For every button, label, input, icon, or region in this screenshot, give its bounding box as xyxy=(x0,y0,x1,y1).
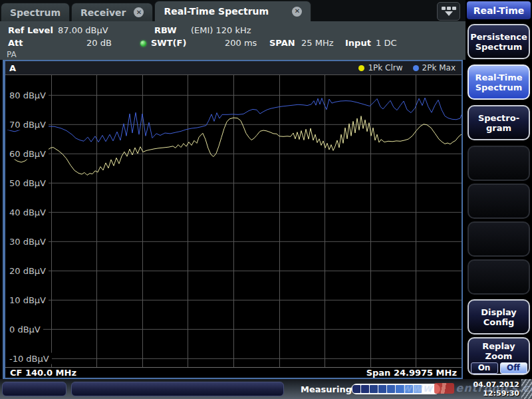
chevron-down-icon xyxy=(445,11,453,16)
tab-real-time-spectrum-label: Real-Time Spectrum xyxy=(164,6,269,17)
span-footer-value[interactable]: Span 24.9975 MHz xyxy=(366,368,457,378)
progress-segment xyxy=(378,385,386,393)
trace-legend: 1Pk Clrw 2Pk Max xyxy=(358,63,462,72)
close-icon[interactable]: ✕ xyxy=(134,7,144,17)
span-value[interactable]: 25 MHz xyxy=(301,38,334,48)
legend-item-1pk: 1Pk Clrw xyxy=(358,63,402,72)
windows-dropdown-icon[interactable] xyxy=(437,2,460,21)
softkey-menu: Real-Time Persistence Spectrum Real-Time… xyxy=(466,0,532,379)
close-icon[interactable]: ✕ xyxy=(292,7,302,17)
replay-zoom-toggle: On Off xyxy=(471,362,527,374)
sweep-led-icon xyxy=(140,41,146,47)
rbw-value[interactable]: (EMI) 120 kHz xyxy=(191,25,251,35)
trace2-dot-icon xyxy=(413,65,419,71)
softkey-empty-3 xyxy=(467,221,530,257)
softkey-empty-4 xyxy=(467,259,530,295)
y-axis-label: 70 dBμV xyxy=(5,118,49,130)
date-value: 04.07.2012 xyxy=(473,380,519,389)
transducer-label: PA xyxy=(7,50,17,59)
y-axis-label: 60 dBμV xyxy=(5,148,49,159)
softkey-spectrogram[interactable]: Spectro-gram xyxy=(467,105,530,140)
window-id: A xyxy=(5,63,16,73)
progress-segment xyxy=(396,385,404,393)
y-axis-label: 10 dBμV xyxy=(5,294,49,305)
y-axis-label: 20 dBμV xyxy=(5,265,49,276)
settings-bar: Ref Level 87.00 dBμV RBW (EMI) 120 kHz A… xyxy=(0,21,466,60)
swt-label: SWT(F) xyxy=(151,38,186,48)
softkey-empty-2 xyxy=(467,184,530,219)
y-axis-label: 40 dBμV xyxy=(5,206,49,217)
progress-segment xyxy=(414,385,422,393)
time-value: 12:59:30 xyxy=(473,389,519,398)
softkey-display-config[interactable]: Display Config xyxy=(467,299,530,334)
progress-segment xyxy=(405,385,413,393)
att-label: Att xyxy=(8,38,23,48)
y-axis-label: 30 dBμV xyxy=(5,235,49,247)
progress-segment xyxy=(431,385,439,393)
y-axis-label: 50 dBμV xyxy=(5,177,49,188)
span-label: SPAN xyxy=(269,38,295,48)
spectrum-plot[interactable]: 80 dBμV70 dBμV60 dBμV50 dBμV40 dBμV30 dB… xyxy=(5,74,462,367)
softkey-menu-title: Real-Time xyxy=(467,1,531,19)
att-value[interactable]: 20 dB xyxy=(86,38,112,48)
plot-canvas xyxy=(5,74,462,367)
measurement-window: A 1Pk Clrw 2Pk Max 80 dBμV70 dBμV60 dBμV… xyxy=(3,60,463,379)
softkey-replay-zoom[interactable]: Replay Zoom On Off xyxy=(467,337,530,375)
tab-spectrum[interactable]: Spectrum xyxy=(1,3,70,21)
windows-squares-icon xyxy=(442,7,456,10)
replay-zoom-label: Replay Zoom xyxy=(470,341,527,361)
tab-bar: Spectrum Receiver ✕ Real-Time Spectrum ✕ xyxy=(0,0,466,21)
window-title-bar[interactable]: A 1Pk Clrw 2Pk Max xyxy=(5,61,462,74)
progress-segment xyxy=(370,385,378,393)
input-label: Input xyxy=(345,38,371,48)
tab-receiver-label: Receiver xyxy=(80,7,126,18)
softkey-real-time-spectrum[interactable]: Real-Time Spectrum xyxy=(467,65,530,100)
frequency-footer: CF 140.0 MHz Span 24.9975 MHz xyxy=(5,367,462,378)
softkey-persistence-spectrum[interactable]: Persistence Spectrum xyxy=(467,24,530,59)
ref-level-value[interactable]: 87.00 dBμV xyxy=(58,25,108,35)
tab-real-time-spectrum[interactable]: Real-Time Spectrum ✕ xyxy=(154,1,311,21)
replay-zoom-off-button[interactable]: Off xyxy=(500,362,527,374)
tab-receiver[interactable]: Receiver ✕ xyxy=(71,3,153,21)
center-frequency-value[interactable]: CF 140.0 MHz xyxy=(10,368,76,378)
progress-segment xyxy=(352,385,360,393)
trace1-dot-icon xyxy=(358,65,364,71)
status-bar: Measuring... 04.07.2012 12:59:30 xyxy=(0,379,532,399)
datetime-display: 04.07.2012 12:59:30 xyxy=(473,380,519,398)
softkey-empty-1 xyxy=(467,146,530,181)
progress-segment xyxy=(422,385,430,393)
y-axis-label: -10 dBμV xyxy=(5,352,52,364)
status-segment-left[interactable] xyxy=(2,382,66,396)
resize-grip-icon[interactable] xyxy=(521,379,532,399)
y-axis-label: 0 dBμV xyxy=(5,323,43,334)
legend-item-2pk: 2Pk Max xyxy=(413,63,456,72)
status-segment-message xyxy=(71,382,284,396)
progress-segment xyxy=(387,385,395,393)
swt-value[interactable]: 200 ms xyxy=(225,38,257,48)
legend-label-2pk: 2Pk Max xyxy=(422,63,456,72)
sweep-progress-bar xyxy=(351,384,440,394)
progress-segment xyxy=(361,385,369,393)
ref-level-label: Ref Level xyxy=(8,25,53,35)
replay-zoom-on-button[interactable]: On xyxy=(471,362,498,374)
input-value[interactable]: 1 DC xyxy=(376,38,397,48)
y-axis-label: 80 dBμV xyxy=(5,89,49,100)
rbw-label: RBW xyxy=(154,25,177,35)
legend-label-1pk: 1Pk Clrw xyxy=(368,63,402,72)
spectrum-analyzer-screen: Spectrum Receiver ✕ Real-Time Spectrum ✕… xyxy=(0,0,532,399)
tab-spectrum-label: Spectrum xyxy=(10,7,61,18)
